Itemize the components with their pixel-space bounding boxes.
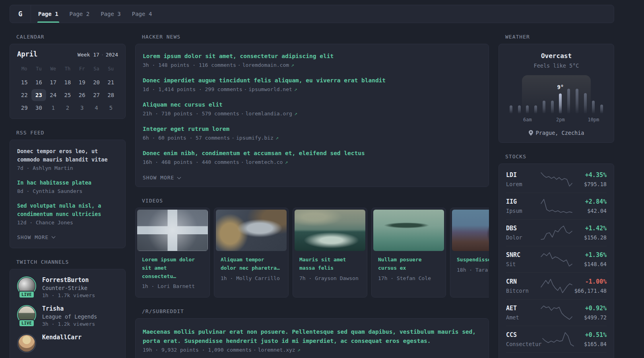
weather-bars: 9° bbox=[507, 79, 606, 113]
stock-row[interactable]: IIGIpsum +2.84%$42.04 bbox=[506, 193, 607, 219]
stock-sparkline bbox=[540, 225, 573, 241]
hn-item-title[interactable]: Aliquam nec cursus elit bbox=[143, 101, 481, 109]
hn-domain-text: loremdomain.com bbox=[242, 62, 289, 68]
stock-symbol: SNRC bbox=[506, 251, 540, 259]
hn-item-domain-link[interactable]: loremdomain.com↗ bbox=[242, 62, 294, 68]
video-thumbnail-sea-boat-wake bbox=[295, 210, 365, 251]
stock-name: Amet bbox=[506, 314, 540, 321]
stock-row[interactable]: AETAmet +0.92%$499.72 bbox=[506, 299, 607, 326]
hn-item-domain-link[interactable]: loremlandia.org↗ bbox=[245, 111, 297, 117]
video-card[interactable]: Nullam posuere cursus ex 17h · Stefan Co… bbox=[371, 208, 446, 298]
hn-item-title[interactable]: Integer eget rutrum lorem bbox=[143, 125, 481, 133]
calendar-day-adjacent: 1 bbox=[46, 102, 60, 114]
weekday-label: Fr bbox=[75, 64, 89, 76]
hn-meta-text: 3h · 148 points · 116 comments bbox=[143, 62, 236, 68]
weather-bar bbox=[567, 89, 570, 113]
hn-show-more-button[interactable]: SHOW MORE bbox=[143, 175, 180, 181]
video-card[interactable]: Suspendisse diam 18h · Tara bbox=[450, 208, 489, 298]
calendar-day: 27 bbox=[89, 89, 103, 101]
hn-item-title[interactable]: Donec enim nibh, condimentum et accumsan… bbox=[143, 149, 481, 158]
twitch-channel-name[interactable]: Trisha bbox=[42, 305, 97, 312]
stocks-widget-header: STOCKS bbox=[505, 154, 614, 160]
stock-row[interactable]: CRNBitcorn -1.00%$66,171.48 bbox=[506, 272, 607, 299]
stock-symbol: IIG bbox=[506, 198, 540, 205]
hn-item: Lorem ipsum dolor sit amet, consectetur … bbox=[143, 52, 481, 68]
hn-item-domain-link[interactable]: ipsumify.biz↗ bbox=[236, 135, 279, 141]
hn-domain-text: loremlandia.org bbox=[245, 111, 292, 117]
weather-bar bbox=[543, 101, 545, 113]
hn-item-meta: 16h · 468 points · 440 comments·loremtec… bbox=[143, 159, 481, 165]
hn-item-title[interactable]: Lorem ipsum dolor sit amet, consectetur … bbox=[143, 52, 481, 60]
stock-price: $156.28 bbox=[573, 234, 607, 241]
rss-item-meta: 12d · Chance Jones bbox=[17, 220, 118, 226]
stock-price: $42.04 bbox=[573, 208, 607, 214]
stock-change: +0.51% bbox=[575, 331, 607, 339]
tab-page-4[interactable]: Page 4 bbox=[131, 5, 153, 23]
tab-page-2[interactable]: Page 2 bbox=[69, 5, 91, 23]
hn-domain-text: loremtech.co bbox=[245, 159, 283, 165]
stocks-widget: STOCKS LDILorem +4.35%$795.18 IIGIpsum +… bbox=[499, 154, 614, 358]
weather-widget-header: WEATHER bbox=[505, 34, 614, 40]
rss-show-more-button[interactable]: SHOW MORE bbox=[17, 234, 55, 240]
twitch-channel-meta: 1h · 1.7k viewers bbox=[42, 292, 95, 298]
stock-change: -1.00% bbox=[573, 278, 607, 285]
rss-item-title[interactable]: In hac habitasse platea bbox=[17, 179, 118, 187]
video-title: Aliquam tempor dolor nec pharetra… bbox=[221, 256, 282, 272]
stock-row[interactable]: CCSConsectetur +0.51%$165.84 bbox=[506, 326, 607, 352]
twitch-channel-name[interactable]: ForrestBurton bbox=[42, 276, 95, 284]
dot-separator: · bbox=[231, 135, 235, 141]
dot-separator: · bbox=[244, 86, 247, 92]
video-row: Lorem ipsum dolor sit amet consectetu… 1… bbox=[135, 208, 489, 298]
weather-bar bbox=[510, 105, 512, 113]
twitch-channel-row[interactable]: KendallCarr bbox=[17, 334, 118, 353]
hn-item-meta: 1d · 1,414 points · 299 comments·ipsumwo… bbox=[143, 86, 481, 92]
stock-sparkline bbox=[540, 198, 573, 214]
calendar-day: 24 bbox=[46, 89, 60, 101]
video-meta: 1h · Molly Carrillo bbox=[221, 275, 282, 281]
tab-page-1[interactable]: Page 1 bbox=[37, 5, 59, 23]
video-card[interactable]: Mauris sit amet massa felis 7h · Grayson… bbox=[293, 208, 367, 298]
tab-page-3[interactable]: Page 3 bbox=[100, 5, 122, 23]
video-thumbnail-hands-camera bbox=[216, 210, 287, 251]
stock-name: Bitcorn bbox=[506, 288, 540, 294]
stock-row[interactable]: LDILorem +4.35%$795.18 bbox=[506, 166, 607, 193]
weather-location: Prague, Czechia bbox=[536, 130, 584, 136]
calendar-widget: CALENDAR April Week 17·2024 Mo Tu We Th … bbox=[10, 34, 126, 119]
stock-row[interactable]: DBSDolor +1.42%$156.28 bbox=[506, 219, 607, 246]
hn-item-domain-link[interactable]: ipsumworld.net↗ bbox=[248, 86, 297, 92]
twitch-channel-meta: 3h · 1.2k viewers bbox=[42, 321, 97, 327]
video-card[interactable]: Aliquam tempor dolor nec pharetra… 1h · … bbox=[214, 208, 289, 298]
stock-row[interactable]: AHS +0.46% bbox=[506, 352, 607, 358]
video-thumbnail-canoe-mist bbox=[373, 210, 444, 251]
hn-item-domain-link[interactable]: loremtech.co↗ bbox=[245, 159, 288, 165]
stock-change: +2.84% bbox=[573, 198, 607, 205]
avatar: LIVE bbox=[17, 305, 36, 324]
calendar-day-adjacent: 5 bbox=[104, 102, 118, 114]
stock-change: +4.35% bbox=[573, 171, 607, 179]
video-thumbnail-pillars-cross-sky bbox=[137, 210, 208, 251]
stock-row[interactable]: SNRCSit +1.36%$148.64 bbox=[506, 246, 607, 272]
twitch-channel-name[interactable]: KendallCarr bbox=[42, 334, 81, 341]
weather-bar bbox=[551, 101, 554, 113]
calendar-day: 15 bbox=[17, 76, 31, 88]
subreddit-domain-link[interactable]: loremnet.xyz↗ bbox=[258, 347, 301, 353]
calendar-year: 2024 bbox=[106, 52, 118, 58]
twitch-channel-row[interactable]: LIVE Trisha League of Legends 3h · 1.2k … bbox=[17, 305, 118, 327]
external-link-icon: ↗ bbox=[294, 86, 297, 92]
stock-sparkline bbox=[541, 331, 575, 347]
calendar-day: 19 bbox=[75, 76, 89, 88]
app-logo[interactable]: G bbox=[10, 5, 31, 23]
video-title: Mauris sit amet massa felis bbox=[299, 256, 361, 272]
chevron-down-icon bbox=[177, 175, 181, 179]
calendar-day: 28 bbox=[104, 89, 118, 101]
hn-item-title[interactable]: Donec imperdiet augue tincidunt felis al… bbox=[143, 76, 481, 85]
rss-item-title[interactable]: Donec tempor eros leo, ut commodo mauris… bbox=[17, 147, 118, 164]
calendar-day: 20 bbox=[89, 76, 103, 88]
hacker-news-widget-header: HACKER NEWS bbox=[142, 34, 489, 40]
video-card[interactable]: Lorem ipsum dolor sit amet consectetu… 1… bbox=[135, 208, 210, 298]
hn-item-meta: 21h · 710 points · 579 comments·loremlan… bbox=[143, 111, 481, 117]
rss-widget-header: RSS FEED bbox=[16, 130, 126, 136]
rss-item-title[interactable]: Sed volutpat nulla nisl, a condimentum n… bbox=[17, 202, 118, 218]
twitch-channel-row[interactable]: LIVE ForrestBurton Counter-Strike 1h · 1… bbox=[17, 276, 118, 298]
subreddit-post-title[interactable]: Maecenas mollis pulvinar erat non posuer… bbox=[143, 327, 481, 345]
